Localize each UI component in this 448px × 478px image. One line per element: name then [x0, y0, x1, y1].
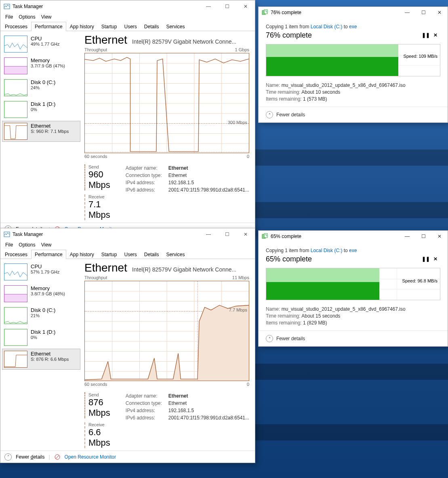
adapter-properties: Adapter name:Ethernet Connection type:Et… [126, 392, 249, 448]
chart-ymax: 1 Gbps [235, 47, 249, 52]
send-label: Send [88, 164, 120, 169]
tab-users[interactable]: Users [120, 22, 140, 31]
menu-options[interactable]: Options [16, 13, 38, 21]
sidebar-item-memory[interactable]: Memory3.7/7.9 GB (47%) [2, 55, 80, 76]
file-name: mu_visual_studio_2012_update_5_x86_dvd_6… [282, 82, 406, 88]
minimize-button[interactable]: — [399, 231, 415, 242]
tab-performance[interactable]: Performance [31, 250, 66, 259]
chart-xlabel-left: 60 seconds [84, 382, 107, 387]
disk-thumb-icon [4, 79, 27, 96]
dest-link[interactable]: exe [349, 248, 357, 253]
pause-button[interactable]: ❚❚ [421, 254, 431, 264]
tab-processes[interactable]: Processes [1, 22, 31, 31]
cancel-button[interactable]: ✕ [431, 254, 440, 264]
sidebar-item-sub: 3.7/7.9 GB (47%) [31, 63, 65, 68]
sidebar-item-label: Disk 0 (C:) [31, 79, 55, 85]
adapter-subtitle: Intel(R) 82579V Gigabit Network Conne... [132, 38, 249, 45]
menu-file[interactable]: File [3, 241, 15, 248]
throughput-chart[interactable]: 300 Mbps [84, 53, 249, 153]
tab-services[interactable]: Services [163, 22, 189, 31]
page-title: Ethernet [84, 34, 127, 46]
tab-performance[interactable]: Performance [31, 22, 66, 31]
minimize-button[interactable]: — [199, 0, 218, 13]
sidebar-item-disk0[interactable]: Disk 0 (C:)24% [2, 77, 80, 98]
menu-file[interactable]: File [3, 13, 15, 21]
menu-view[interactable]: View [39, 241, 54, 248]
sidebar-item-sub: S: 876 R: 6.6 Mbps [31, 357, 69, 362]
source-link[interactable]: Local Disk (C:) [311, 248, 343, 253]
fewer-details-link[interactable]: Fewer details [276, 112, 305, 118]
close-button[interactable]: ✕ [236, 0, 255, 13]
send-value: 960 Mbps [88, 169, 120, 190]
tab-app-history[interactable]: App history [66, 22, 98, 31]
maximize-button[interactable]: ☐ [218, 228, 236, 240]
prop-conn-type: Ethernet [168, 400, 187, 407]
sidebar-item-sub: 57% 1.79 GHz [31, 270, 60, 274]
perf-sidebar: CPU57% 1.79 GHz Memory3.8/7.9 GB (48%) D… [0, 259, 82, 451]
copy-progress-icon [262, 233, 268, 240]
sidebar-item-cpu[interactable]: CPU49% 1.77 GHz [2, 34, 80, 55]
fewer-details-link[interactable]: Fewer details [276, 336, 305, 341]
tab-details[interactable]: Details [141, 22, 163, 31]
pause-button[interactable]: ❚❚ [421, 30, 431, 40]
sidebar-item-disk0[interactable]: Disk 0 (C:)21% [2, 305, 80, 326]
sidebar-item-cpu[interactable]: CPU57% 1.79 GHz [2, 261, 80, 282]
maximize-button[interactable]: ☐ [415, 231, 431, 242]
tab-details[interactable]: Details [141, 250, 163, 259]
titlebar[interactable]: 76% complete — ☐ ✕ [259, 7, 448, 18]
tab-startup[interactable]: Startup [98, 250, 121, 259]
source-link[interactable]: Local Disk (C:) [311, 24, 343, 29]
tab-startup[interactable]: Startup [98, 22, 121, 31]
tab-users[interactable]: Users [120, 250, 140, 259]
chevron-up-icon[interactable]: ˄ [266, 335, 273, 342]
sidebar-item-label: Ethernet [31, 351, 69, 357]
close-button[interactable]: ✕ [431, 231, 448, 242]
prop-adapter-name: Ethernet [168, 392, 188, 400]
titlebar[interactable]: Task Manager — ☐ ✕ [0, 228, 255, 240]
ethernet-thumb-icon [4, 351, 27, 368]
receive-label: Receive [88, 422, 120, 427]
titlebar[interactable]: Task Manager — ☐ ✕ [0, 0, 255, 13]
open-resource-monitor-link[interactable]: Open Resource Monitor [65, 454, 116, 460]
adapter-subtitle: Intel(R) 82579V Gigabit Network Conne... [132, 266, 249, 273]
close-button[interactable]: ✕ [431, 7, 448, 18]
cpu-thumb-icon [4, 36, 27, 53]
chevron-up-icon[interactable]: ˄ [4, 453, 12, 461]
throughput-chart[interactable]: 7.7 Mbps [84, 281, 249, 381]
sidebar-item-label: Disk 0 (C:) [31, 307, 55, 313]
cancel-button[interactable]: ✕ [431, 30, 440, 40]
speed-graph: Speed: 109 MB/s [266, 44, 440, 76]
minimize-button[interactable]: — [399, 7, 415, 18]
tab-app-history[interactable]: App history [66, 250, 98, 259]
maximize-button[interactable]: ☐ [218, 0, 236, 13]
titlebar[interactable]: 65% complete — ☐ ✕ [259, 231, 448, 242]
tab-processes[interactable]: Processes [1, 250, 31, 259]
sidebar-item-ethernet[interactable]: EthernetS: 876 R: 6.6 Mbps [2, 349, 80, 370]
menu-view[interactable]: View [39, 13, 54, 21]
prop-ipv6: 2001:470:1f15:798:991d:d2a8:6541... [168, 186, 249, 194]
window-title: Task Manager [13, 232, 43, 237]
time-remaining: About 10 seconds [301, 89, 340, 95]
sidebar-item-memory[interactable]: Memory3.8/7.9 GB (48%) [2, 283, 80, 304]
chart-ymax: 11 Mbps [232, 275, 249, 280]
sidebar-item-ethernet[interactable]: EthernetS: 960 R: 7.1 Mbps [2, 121, 80, 142]
tab-services[interactable]: Services [163, 250, 189, 259]
fewer-details-link[interactable]: Fewer details [16, 454, 44, 460]
sidebar-item-disk1[interactable]: Disk 1 (D:)0% [2, 327, 80, 348]
svg-rect-1 [4, 66, 27, 74]
dest-link[interactable]: exe [349, 24, 357, 29]
minimize-button[interactable]: — [199, 228, 218, 240]
receive-label: Receive [88, 194, 120, 199]
sidebar-item-disk1[interactable]: Disk 1 (D:)0% [2, 99, 80, 120]
menu-options[interactable]: Options [16, 241, 38, 248]
prop-ipv4: 192.168.1.5 [168, 407, 194, 414]
perf-sidebar: CPU49% 1.77 GHz Memory3.7/7.9 GB (47%) D… [0, 31, 82, 223]
svg-rect-22 [4, 294, 27, 302]
copy-summary-line: Copying 1 item from Local Disk (C:) to e… [266, 248, 440, 253]
task-manager-icon [4, 3, 10, 10]
maximize-button[interactable]: ☐ [415, 7, 431, 18]
sidebar-item-label: CPU [31, 36, 60, 42]
sidebar-item-sub: 3.8/7.9 GB (48%) [31, 291, 65, 296]
chevron-up-icon[interactable]: ˄ [266, 111, 273, 118]
close-button[interactable]: ✕ [236, 228, 255, 240]
